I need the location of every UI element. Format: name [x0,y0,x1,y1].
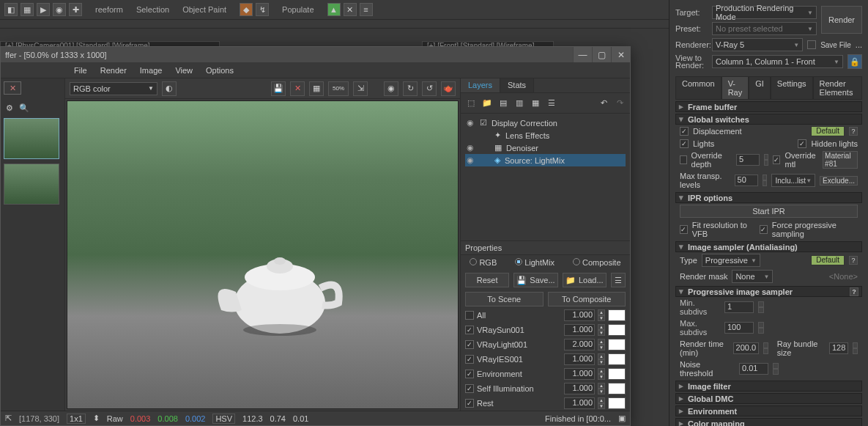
close-history-button[interactable]: ✕ [4,81,21,95]
view-dropdown[interactable]: Column 1, Column 1 - Front▼ [712,55,843,68]
stepper[interactable]: ▲▼ [598,368,605,380]
light-checkbox[interactable] [465,340,474,349]
render-time-spinner[interactable]: 200.0 [733,342,760,354]
tab-layers[interactable]: Layers [461,78,500,92]
stepper[interactable] [764,154,768,166]
toolbar-icon[interactable]: ✚ [69,3,82,16]
channel-dropdown[interactable]: RGB color▼ [70,82,157,95]
scale-dropdown[interactable]: 1x1 [67,414,86,424]
checkbox-icon[interactable]: ☑ [480,118,487,128]
section-frame-buffer[interactable]: ▸Frame buffer [675,101,862,112]
light-checkbox[interactable] [465,326,474,334]
toolbar-icon[interactable]: ▶ [37,3,50,16]
target-dropdown[interactable]: Production Rendering Mode▼ [712,6,817,19]
light-color-swatch[interactable] [608,383,626,394]
hsv-dropdown[interactable]: HSV [212,414,235,424]
zoom-badge[interactable]: 50% [328,81,349,96]
stepper[interactable] [758,301,764,313]
link-icon[interactable]: ⇲ [353,81,368,96]
stepper[interactable] [773,363,779,375]
layer-row[interactable]: ✦Lens Effects [465,129,626,142]
region-icon[interactable]: ▦ [309,81,324,96]
clear-icon[interactable]: ✕ [290,81,305,96]
stepper[interactable] [853,342,858,354]
toolbar-icon[interactable]: ▲ [327,3,341,16]
savefile-checkbox[interactable] [807,40,816,49]
menu-render[interactable]: Render [100,66,127,75]
override-depth-spinner[interactable]: 5 [736,154,760,166]
section-color-mapping[interactable]: ▸Color mapping [675,418,862,426]
section-image-sampler[interactable]: ▾Image sampler (Antialiasing) [675,241,862,252]
radio-lightmix[interactable]: LightMix [515,258,554,267]
help-icon[interactable]: ? [850,287,858,296]
ipr-icon[interactable]: ↻ [403,81,418,96]
hidden-lights-checkbox[interactable] [798,139,806,148]
fit-res-checkbox[interactable] [680,225,688,234]
lock-view-button[interactable]: 🔒 [847,54,862,69]
ray-bundle-spinner[interactable]: 128 [829,342,848,354]
layer-row[interactable]: ◉☑Display Correction [465,117,626,129]
savefile-browse[interactable]: ... [856,40,862,49]
add-layer-icon[interactable]: ⬚ [465,98,477,109]
stepper[interactable]: ▲▼ [598,309,605,321]
mode-badge[interactable]: Default [811,255,845,265]
render-button[interactable]: Render [821,6,862,34]
history-thumb[interactable] [4,164,59,205]
close-button[interactable]: ✕ [611,47,630,62]
tab-settings[interactable]: Settings [771,76,813,99]
layer-icon[interactable]: ▥ [513,98,525,109]
stepper[interactable] [763,342,768,354]
light-value-spinner[interactable]: 1.000 [564,324,595,336]
list-icon[interactable]: ☰ [546,98,557,109]
max-sub-spinner[interactable]: 100 [724,322,754,334]
light-checkbox[interactable] [465,355,474,364]
section-global-switches[interactable]: ▾Global switches [675,114,862,125]
stepper[interactable]: ▲▼ [598,339,605,350]
visibility-icon[interactable]: ◉ [465,155,475,165]
render-mask-dropdown[interactable]: None▼ [732,270,773,283]
toolbar-icon[interactable]: ◉ [53,3,66,16]
layer-icon[interactable]: ▦ [530,98,541,109]
layer-row-selected[interactable]: ◉◈Source: LightMix [465,154,626,166]
light-color-swatch[interactable] [608,309,626,321]
help-icon[interactable]: ? [849,256,858,265]
toolbar-icon[interactable]: ≡ [360,3,373,16]
gear-icon[interactable]: ⚙ [4,102,15,114]
tab-vray[interactable]: V-Ray [722,76,749,99]
stepper[interactable]: ▲▼ [598,353,605,365]
save-icon[interactable]: 💾 [271,81,286,96]
options-button[interactable]: ☰ [611,273,626,287]
override-mtl-checkbox[interactable] [773,155,780,164]
exclude-button[interactable]: Exclude... [820,176,858,186]
visibility-icon[interactable]: ◉ [465,143,475,153]
reset-button[interactable]: Reset [465,273,509,287]
menu-options[interactable]: Options [206,66,234,75]
toolbar-icon[interactable]: ↯ [256,3,269,16]
menu-view[interactable]: View [175,66,193,75]
section-prog-sampler[interactable]: ▾Progressive image sampler? [675,286,862,297]
override-depth-checkbox[interactable] [680,155,687,164]
light-color-swatch[interactable] [608,353,626,365]
tab-gi[interactable]: GI [749,76,771,99]
stepper[interactable]: ▲▼ [598,383,605,394]
stepper[interactable] [758,322,764,334]
stepper[interactable]: ▲▼ [598,397,605,409]
displacement-checkbox[interactable] [680,127,689,136]
stepper[interactable]: ▲▼ [598,324,605,336]
stepper[interactable] [763,175,767,186]
section-environment[interactable]: ▸Environment [675,405,862,416]
toolbar-icon[interactable]: ◧ [4,3,18,16]
menu-image[interactable]: Image [140,66,163,75]
light-color-swatch[interactable] [608,324,626,336]
min-sub-spinner[interactable]: 1 [724,301,754,313]
light-value-spinner[interactable]: 1.000 [564,368,595,380]
renderer-dropdown[interactable]: V-Ray 5▼ [712,38,803,51]
light-checkbox[interactable] [465,399,474,408]
layer-row[interactable]: ◉▦Denoiser [465,142,626,154]
to-scene-button[interactable]: To Scene [465,292,544,306]
toolbar-icon[interactable]: ✕ [344,3,357,16]
radio-rgb[interactable]: RGB [470,258,497,267]
load-button[interactable]: 📁 Load... [563,273,607,287]
picker-icon[interactable]: ⬍ [93,414,100,423]
expand-icon[interactable]: ▣ [618,414,626,423]
